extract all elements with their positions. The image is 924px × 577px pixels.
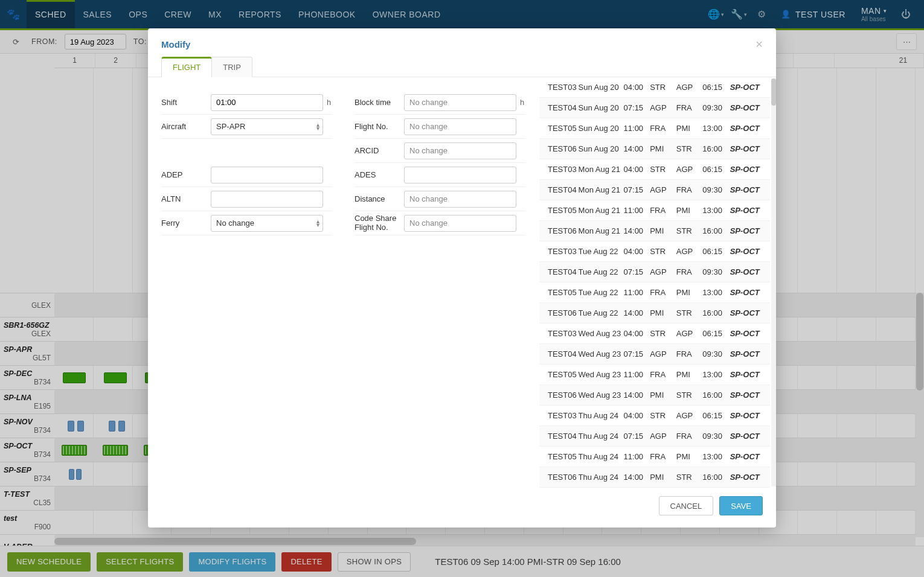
flight-arr-time: 06:15: [702, 411, 730, 420]
flight-date: Wed Aug 23: [579, 370, 624, 379]
flight-list-row[interactable]: TEST05 Sun Aug 20 11:00 FRA PMI 13:00 SP…: [539, 118, 770, 139]
flight-arr-time: 06:15: [702, 329, 730, 338]
cancel-button[interactable]: CANCEL: [659, 496, 714, 515]
list-scrollbar[interactable]: [771, 78, 776, 486]
flight-dep-airport: PMI: [650, 473, 676, 482]
flight-list-row[interactable]: TEST04 Sun Aug 20 07:15 AGP FRA 09:30 SP…: [539, 98, 770, 118]
flight-list-row[interactable]: TEST06 Wed Aug 23 14:00 PMI STR 16:00 SP…: [539, 385, 770, 406]
flight-dep-airport: AGP: [650, 267, 676, 276]
flight-no: TEST04: [548, 103, 579, 112]
shift-unit: h: [327, 98, 333, 107]
flight-aircraft: SP-OCT: [730, 452, 762, 461]
flight-dep-airport: STR: [650, 247, 676, 256]
flight-arr-airport: FRA: [676, 267, 703, 276]
flight-no: TEST05: [548, 206, 579, 215]
flight-no: TEST05: [548, 370, 579, 379]
distance-label: Distance: [355, 194, 404, 203]
adep-label: ADEP: [161, 170, 211, 179]
flight-dep-time: 04:00: [624, 247, 650, 256]
flight-date: Thu Aug 24: [579, 473, 624, 482]
ades-input[interactable]: [404, 167, 516, 183]
flight-list-row[interactable]: TEST04 Tue Aug 22 07:15 AGP FRA 09:30 SP…: [539, 262, 770, 282]
flight-date: Mon Aug 21: [579, 206, 624, 215]
arcid-input[interactable]: [404, 142, 516, 159]
shift-input[interactable]: [211, 94, 323, 111]
flight-dep-time: 07:15: [624, 349, 650, 359]
flight-list-row[interactable]: TEST05 Wed Aug 23 11:00 FRA PMI 13:00 SP…: [539, 365, 770, 385]
flight-list-row[interactable]: TEST05 Mon Aug 21 11:00 FRA PMI 13:00 SP…: [539, 200, 770, 221]
flight-arr-airport: STR: [676, 473, 703, 482]
flight-date: Mon Aug 21: [579, 226, 624, 235]
flight-dep-airport: AGP: [650, 349, 676, 359]
flight-arr-airport: PMI: [676, 452, 703, 461]
tab-flight[interactable]: FLIGHT: [161, 57, 212, 77]
flight-aircraft: SP-OCT: [730, 247, 762, 256]
flight-aircraft: SP-OCT: [730, 83, 762, 92]
flight-arr-time: 06:15: [702, 247, 730, 256]
flight-dep-airport: AGP: [650, 432, 676, 441]
flight-dep-airport: PMI: [650, 226, 676, 235]
save-button[interactable]: SAVE: [719, 496, 763, 515]
shift-label: Shift: [161, 98, 211, 107]
adep-input[interactable]: [211, 167, 323, 183]
flight-list-row[interactable]: TEST05 Tue Aug 22 11:00 FRA PMI 13:00 SP…: [539, 282, 770, 303]
flight-dep-time: 14:00: [624, 391, 650, 400]
distance-input[interactable]: [404, 191, 516, 208]
flight-aircraft: SP-OCT: [730, 144, 762, 153]
flight-list-row[interactable]: TEST03 Tue Aug 22 04:00 STR AGP 06:15 SP…: [539, 241, 770, 262]
aircraft-select[interactable]: SP-APR ▴▾: [211, 118, 323, 135]
flight-date: Mon Aug 21: [579, 185, 624, 194]
flight-dep-time: 11:00: [624, 370, 650, 379]
flight-arr-airport: STR: [676, 308, 703, 317]
flight-arr-time: 09:30: [702, 267, 730, 276]
aircraft-label: Aircraft: [161, 122, 211, 131]
flight-arr-time: 06:15: [702, 165, 730, 174]
flight-arr-time: 09:30: [702, 349, 730, 359]
block-time-input[interactable]: [404, 94, 516, 111]
flight-list-row[interactable]: TEST06 Mon Aug 21 14:00 PMI STR 16:00 SP…: [539, 221, 770, 241]
flight-date: Sun Aug 20: [579, 124, 624, 133]
flight-dep-airport: PMI: [650, 308, 676, 317]
flight-no-input[interactable]: [404, 118, 516, 135]
ferry-label: Ferry: [161, 218, 211, 228]
flight-dep-time: 04:00: [624, 83, 650, 92]
flight-list-row[interactable]: TEST05 Thu Aug 24 11:00 FRA PMI 13:00 SP…: [539, 447, 770, 467]
flight-date: Wed Aug 23: [579, 329, 624, 338]
flight-arr-time: 13:00: [702, 206, 730, 215]
altn-input[interactable]: [211, 191, 323, 208]
altn-label: ALTN: [161, 194, 211, 203]
flight-list-row[interactable]: TEST04 Mon Aug 21 07:15 AGP FRA 09:30 SP…: [539, 180, 770, 200]
flight-no: TEST06: [548, 391, 579, 400]
flight-list-row[interactable]: TEST06 Sun Aug 20 14:00 PMI STR 16:00 SP…: [539, 139, 770, 159]
flight-dep-time: 14:00: [624, 473, 650, 482]
close-icon[interactable]: ×: [756, 38, 763, 50]
ferry-select[interactable]: No change ▴▾: [211, 215, 323, 232]
tab-trip[interactable]: TRIP: [211, 57, 252, 77]
flight-no: TEST05: [548, 452, 579, 461]
flight-no: TEST04: [548, 185, 579, 194]
flight-list-row[interactable]: TEST06 Tue Aug 22 14:00 PMI STR 16:00 SP…: [539, 303, 770, 324]
flight-dep-time: 04:00: [624, 411, 650, 420]
flight-dep-airport: STR: [650, 165, 676, 174]
flight-list-row[interactable]: TEST03 Sun Aug 20 04:00 STR AGP 06:15 SP…: [539, 77, 770, 98]
flight-aircraft: SP-OCT: [730, 165, 762, 174]
flight-no: TEST06: [548, 226, 579, 235]
codeshare-input[interactable]: [404, 215, 516, 232]
flight-aircraft: SP-OCT: [730, 308, 762, 317]
modal-tabs: FLIGHTTRIP: [148, 56, 776, 77]
flight-list-row[interactable]: TEST03 Wed Aug 23 04:00 STR AGP 06:15 SP…: [539, 324, 770, 344]
block-time-label: Block time: [355, 98, 404, 107]
flight-date: Thu Aug 24: [579, 432, 624, 441]
flight-list-row[interactable]: TEST03 Mon Aug 21 04:00 STR AGP 06:15 SP…: [539, 159, 770, 180]
flight-arr-time: 09:30: [702, 432, 730, 441]
flight-arr-time: 13:00: [702, 288, 730, 297]
flight-aircraft: SP-OCT: [730, 288, 762, 297]
flight-no: TEST06: [548, 473, 579, 482]
flight-dep-time: 11:00: [624, 452, 650, 461]
flight-list-row[interactable]: TEST04 Thu Aug 24 07:15 AGP FRA 09:30 SP…: [539, 426, 770, 447]
flight-list-row[interactable]: TEST03 Thu Aug 24 04:00 STR AGP 06:15 SP…: [539, 406, 770, 426]
flight-date: Sun Aug 20: [579, 83, 624, 92]
flight-list-row[interactable]: TEST06 Thu Aug 24 14:00 PMI STR 16:00 SP…: [539, 467, 770, 488]
flight-list-row[interactable]: TEST04 Wed Aug 23 07:15 AGP FRA 09:30 SP…: [539, 344, 770, 365]
chevron-updown-icon: ▴▾: [316, 123, 319, 130]
